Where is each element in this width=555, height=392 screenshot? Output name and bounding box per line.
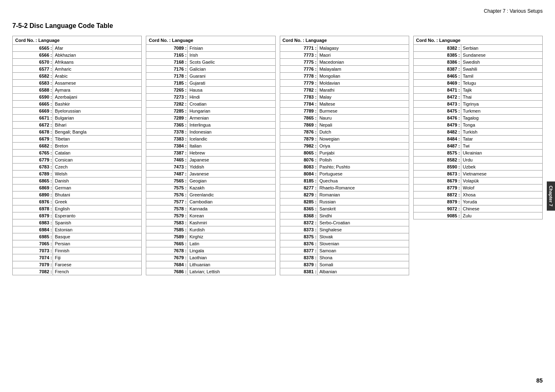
cord-number: 7879 :	[280, 136, 318, 143]
table-row: 8387 :Swahili	[413, 66, 542, 73]
table-row: 8372 :Serbo-Croatian	[280, 219, 409, 226]
table-row: 6985 :Basque	[13, 233, 142, 240]
cord-number: 8285 :	[280, 198, 318, 205]
table-row: 8083 :Pashto; Pushto	[280, 164, 409, 171]
table-row: 8482 :Turkish	[413, 129, 542, 136]
table-row: 7265 :Hausa	[146, 87, 275, 94]
table-row: 8084 :Portuguese	[280, 171, 409, 178]
language-name: Ukrainian	[461, 150, 542, 157]
language-name: Xhosa	[461, 191, 542, 198]
table-row: 7579 :Korean	[146, 212, 275, 219]
table-row: 7165 :Irish	[146, 52, 275, 59]
language-name: Macedonian	[318, 59, 409, 66]
table-row: 8479 :Tonga	[413, 122, 542, 129]
table-row: 8673 :Vietnamese	[413, 171, 542, 178]
table-row: 6570 :Afrikaans	[13, 59, 142, 66]
language-name: Portuguese	[318, 171, 409, 178]
cord-number: 7074 :	[13, 254, 53, 261]
language-name: German	[53, 184, 142, 191]
language-name: Finnish	[53, 247, 142, 254]
table-row: 6665 :Bashkir	[13, 101, 142, 108]
table-row: 7575 :Kazakh	[146, 184, 275, 191]
language-name: Azerbaijani	[53, 94, 142, 101]
table-row: 7176 :Galician	[146, 66, 275, 73]
language-name: Irish	[188, 52, 275, 59]
cord-number: 8469 :	[413, 80, 461, 87]
language-name: Swahili	[461, 66, 542, 73]
cord-number: 6678 :	[13, 129, 53, 136]
language-name: Tamil	[461, 73, 542, 80]
table-row: 7089 :Frisian	[146, 45, 275, 52]
cord-number: 6765 :	[13, 150, 53, 157]
cord-number: 6671 :	[13, 115, 53, 122]
cord-number: 8487 :	[413, 143, 461, 150]
cord-number: 8185 :	[280, 178, 318, 184]
language-name: Urdu	[461, 157, 542, 164]
table-row: 8378 :Shona	[280, 254, 409, 261]
cord-number: 6590 :	[13, 94, 53, 101]
table-row: 8386 :Swedish	[413, 59, 542, 66]
language-name: Twi	[461, 143, 542, 150]
table-row: 6789 :Welsh	[13, 171, 142, 178]
language-name: Turkish	[461, 129, 542, 136]
language-name: Chinese	[461, 205, 542, 212]
cord-number: 8472 :	[413, 94, 461, 101]
table-row: 7982 :Oriya	[280, 143, 409, 150]
section-title: 7-5-2 Disc Language Code Table	[12, 22, 543, 30]
language-table-3: Cord No. : Language7771 :Malagasy7773 :M…	[280, 36, 409, 275]
language-name: Bulgarian	[53, 115, 142, 122]
table-row: 7684 :Lithuanian	[146, 261, 275, 268]
cord-number: 7585 :	[146, 226, 188, 233]
language-name: Albanian	[318, 268, 409, 275]
table-row: 9085 :Zulu	[413, 212, 542, 219]
cord-number: 7285 :	[146, 108, 188, 115]
language-name: Estonian	[53, 226, 142, 233]
cord-number: 7165 :	[146, 52, 188, 59]
language-name: Afrikaans	[53, 59, 142, 66]
table-row: 6588 :Aymara	[13, 87, 142, 94]
table-row: 6890 :Bhutani	[13, 191, 142, 198]
table-row: 7679 :Laothian	[146, 254, 275, 261]
cord-number: 8476 :	[413, 115, 461, 122]
language-name: Hungarian	[188, 108, 275, 115]
cord-number: 7387 :	[146, 150, 188, 157]
cord-number: 6984 :	[13, 226, 53, 233]
table-row: 6582 :Arabic	[13, 73, 142, 80]
table-3-header: Cord No. : Language	[280, 36, 409, 45]
language-table-4: Cord No. : Language8382 :Serbian8385 :Su…	[413, 36, 543, 219]
cord-number: 7465 :	[146, 157, 188, 164]
language-name: Telugu	[461, 80, 542, 87]
table-row: 7879 :Nowegian	[280, 136, 409, 143]
language-name: Maori	[318, 52, 409, 59]
cord-number: 7678 :	[146, 247, 188, 254]
cord-number: 8375 :	[280, 233, 318, 240]
cord-number: 7589 :	[146, 233, 188, 240]
cord-number: 8779 :	[413, 184, 461, 191]
language-name: Latin	[188, 240, 275, 247]
cord-number: 7365 :	[146, 122, 188, 129]
cord-number: 7065 :	[13, 240, 53, 247]
cord-number: 6979 :	[13, 212, 53, 219]
language-name: Moldavian	[318, 80, 409, 87]
cord-number: 6978 :	[13, 205, 53, 212]
table-row: 7789 :Burmese	[280, 108, 409, 115]
table-row: 7775 :Macedonian	[280, 59, 409, 66]
language-name: Hindi	[188, 94, 275, 101]
table-row: 7465 :Japanese	[146, 157, 275, 164]
cord-number: 7779 :	[280, 80, 318, 87]
language-name: Kannada	[188, 205, 275, 212]
table-row: 8872 :Xhosa	[413, 191, 542, 198]
table-row: 7678 :Lingala	[146, 247, 275, 254]
cord-number: 7176 :	[146, 66, 188, 73]
table-row: 7185 :Gujarati	[146, 80, 275, 87]
language-name: Tagalog	[461, 115, 542, 122]
cord-number: 6890 :	[13, 191, 53, 198]
language-name: Lingala	[188, 247, 275, 254]
language-name: Turkmen	[461, 108, 542, 115]
cord-number: 7579 :	[146, 212, 188, 219]
table-row: 6577 :Amharic	[13, 66, 142, 73]
language-name: Laothian	[188, 254, 275, 261]
cord-number: 6869 :	[13, 184, 53, 191]
language-name: Tajik	[461, 87, 542, 94]
language-name: Nowegian	[318, 136, 409, 143]
